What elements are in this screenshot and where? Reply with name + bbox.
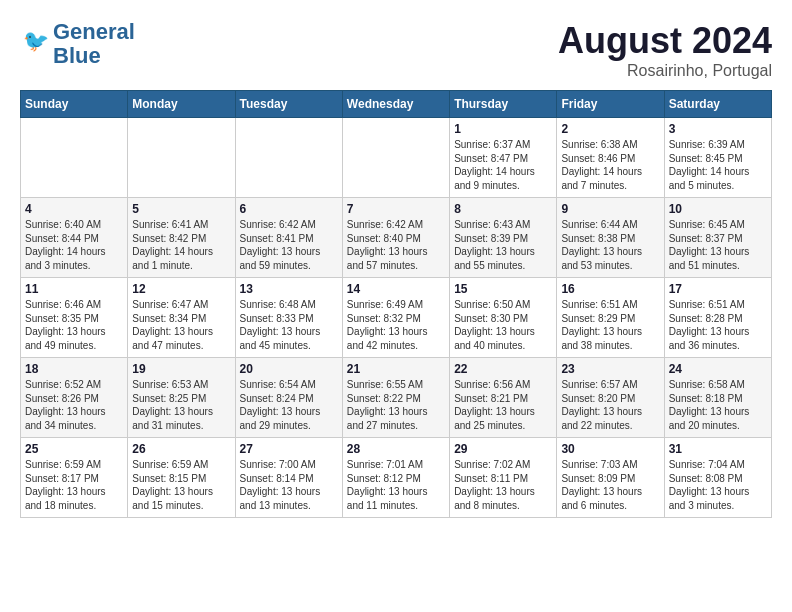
day-number: 12 — [132, 282, 230, 296]
day-number: 23 — [561, 362, 659, 376]
weekday-header-wednesday: Wednesday — [342, 91, 449, 118]
weekday-header-monday: Monday — [128, 91, 235, 118]
day-number: 31 — [669, 442, 767, 456]
calendar-cell: 23Sunrise: 6:57 AM Sunset: 8:20 PM Dayli… — [557, 358, 664, 438]
day-info: Sunrise: 6:51 AM Sunset: 8:29 PM Dayligh… — [561, 298, 659, 352]
day-number: 18 — [25, 362, 123, 376]
calendar-week-5: 25Sunrise: 6:59 AM Sunset: 8:17 PM Dayli… — [21, 438, 772, 518]
day-info: Sunrise: 7:04 AM Sunset: 8:08 PM Dayligh… — [669, 458, 767, 512]
day-info: Sunrise: 7:02 AM Sunset: 8:11 PM Dayligh… — [454, 458, 552, 512]
day-number: 30 — [561, 442, 659, 456]
day-number: 6 — [240, 202, 338, 216]
calendar-cell: 27Sunrise: 7:00 AM Sunset: 8:14 PM Dayli… — [235, 438, 342, 518]
day-number: 25 — [25, 442, 123, 456]
calendar-cell: 3Sunrise: 6:39 AM Sunset: 8:45 PM Daylig… — [664, 118, 771, 198]
day-info: Sunrise: 6:59 AM Sunset: 8:15 PM Dayligh… — [132, 458, 230, 512]
day-info: Sunrise: 6:40 AM Sunset: 8:44 PM Dayligh… — [25, 218, 123, 272]
calendar-cell — [235, 118, 342, 198]
page-header: 🐦 GeneralBlue August 2024 Rosairinho, Po… — [20, 20, 772, 80]
day-number: 19 — [132, 362, 230, 376]
day-number: 7 — [347, 202, 445, 216]
day-number: 21 — [347, 362, 445, 376]
day-number: 24 — [669, 362, 767, 376]
day-number: 26 — [132, 442, 230, 456]
day-info: Sunrise: 6:42 AM Sunset: 8:41 PM Dayligh… — [240, 218, 338, 272]
day-number: 11 — [25, 282, 123, 296]
calendar-cell: 11Sunrise: 6:46 AM Sunset: 8:35 PM Dayli… — [21, 278, 128, 358]
calendar-cell: 29Sunrise: 7:02 AM Sunset: 8:11 PM Dayli… — [450, 438, 557, 518]
calendar-cell: 18Sunrise: 6:52 AM Sunset: 8:26 PM Dayli… — [21, 358, 128, 438]
calendar-cell: 19Sunrise: 6:53 AM Sunset: 8:25 PM Dayli… — [128, 358, 235, 438]
day-info: Sunrise: 7:03 AM Sunset: 8:09 PM Dayligh… — [561, 458, 659, 512]
day-info: Sunrise: 7:00 AM Sunset: 8:14 PM Dayligh… — [240, 458, 338, 512]
day-info: Sunrise: 6:57 AM Sunset: 8:20 PM Dayligh… — [561, 378, 659, 432]
calendar-cell: 31Sunrise: 7:04 AM Sunset: 8:08 PM Dayli… — [664, 438, 771, 518]
day-info: Sunrise: 6:37 AM Sunset: 8:47 PM Dayligh… — [454, 138, 552, 192]
calendar-cell: 14Sunrise: 6:49 AM Sunset: 8:32 PM Dayli… — [342, 278, 449, 358]
calendar-cell: 28Sunrise: 7:01 AM Sunset: 8:12 PM Dayli… — [342, 438, 449, 518]
calendar-cell: 7Sunrise: 6:42 AM Sunset: 8:40 PM Daylig… — [342, 198, 449, 278]
day-number: 5 — [132, 202, 230, 216]
svg-text:🐦: 🐦 — [23, 28, 50, 54]
calendar-cell: 6Sunrise: 6:42 AM Sunset: 8:41 PM Daylig… — [235, 198, 342, 278]
day-number: 28 — [347, 442, 445, 456]
calendar-cell: 8Sunrise: 6:43 AM Sunset: 8:39 PM Daylig… — [450, 198, 557, 278]
day-info: Sunrise: 6:52 AM Sunset: 8:26 PM Dayligh… — [25, 378, 123, 432]
calendar-cell: 4Sunrise: 6:40 AM Sunset: 8:44 PM Daylig… — [21, 198, 128, 278]
calendar-cell: 26Sunrise: 6:59 AM Sunset: 8:15 PM Dayli… — [128, 438, 235, 518]
day-info: Sunrise: 6:51 AM Sunset: 8:28 PM Dayligh… — [669, 298, 767, 352]
day-info: Sunrise: 6:56 AM Sunset: 8:21 PM Dayligh… — [454, 378, 552, 432]
day-info: Sunrise: 6:41 AM Sunset: 8:42 PM Dayligh… — [132, 218, 230, 272]
day-number: 1 — [454, 122, 552, 136]
day-number: 29 — [454, 442, 552, 456]
day-number: 14 — [347, 282, 445, 296]
day-info: Sunrise: 6:53 AM Sunset: 8:25 PM Dayligh… — [132, 378, 230, 432]
calendar-cell: 9Sunrise: 6:44 AM Sunset: 8:38 PM Daylig… — [557, 198, 664, 278]
day-number: 27 — [240, 442, 338, 456]
calendar-cell — [128, 118, 235, 198]
day-info: Sunrise: 6:43 AM Sunset: 8:39 PM Dayligh… — [454, 218, 552, 272]
location-subtitle: Rosairinho, Portugal — [558, 62, 772, 80]
day-number: 10 — [669, 202, 767, 216]
calendar-week-1: 1Sunrise: 6:37 AM Sunset: 8:47 PM Daylig… — [21, 118, 772, 198]
day-number: 16 — [561, 282, 659, 296]
calendar-week-3: 11Sunrise: 6:46 AM Sunset: 8:35 PM Dayli… — [21, 278, 772, 358]
calendar-cell: 1Sunrise: 6:37 AM Sunset: 8:47 PM Daylig… — [450, 118, 557, 198]
calendar-cell: 17Sunrise: 6:51 AM Sunset: 8:28 PM Dayli… — [664, 278, 771, 358]
weekday-header-friday: Friday — [557, 91, 664, 118]
day-number: 15 — [454, 282, 552, 296]
calendar-cell: 30Sunrise: 7:03 AM Sunset: 8:09 PM Dayli… — [557, 438, 664, 518]
day-number: 2 — [561, 122, 659, 136]
calendar-table: SundayMondayTuesdayWednesdayThursdayFrid… — [20, 90, 772, 518]
day-info: Sunrise: 6:38 AM Sunset: 8:46 PM Dayligh… — [561, 138, 659, 192]
day-info: Sunrise: 6:42 AM Sunset: 8:40 PM Dayligh… — [347, 218, 445, 272]
day-number: 22 — [454, 362, 552, 376]
day-info: Sunrise: 6:54 AM Sunset: 8:24 PM Dayligh… — [240, 378, 338, 432]
calendar-header: SundayMondayTuesdayWednesdayThursdayFrid… — [21, 91, 772, 118]
day-number: 13 — [240, 282, 338, 296]
day-number: 8 — [454, 202, 552, 216]
calendar-cell: 12Sunrise: 6:47 AM Sunset: 8:34 PM Dayli… — [128, 278, 235, 358]
calendar-cell — [342, 118, 449, 198]
day-info: Sunrise: 6:45 AM Sunset: 8:37 PM Dayligh… — [669, 218, 767, 272]
day-info: Sunrise: 6:39 AM Sunset: 8:45 PM Dayligh… — [669, 138, 767, 192]
logo-icon: 🐦 — [23, 27, 53, 57]
day-info: Sunrise: 6:49 AM Sunset: 8:32 PM Dayligh… — [347, 298, 445, 352]
calendar-cell: 21Sunrise: 6:55 AM Sunset: 8:22 PM Dayli… — [342, 358, 449, 438]
title-block: August 2024 Rosairinho, Portugal — [558, 20, 772, 80]
calendar-cell: 15Sunrise: 6:50 AM Sunset: 8:30 PM Dayli… — [450, 278, 557, 358]
day-number: 3 — [669, 122, 767, 136]
calendar-cell — [21, 118, 128, 198]
day-info: Sunrise: 6:48 AM Sunset: 8:33 PM Dayligh… — [240, 298, 338, 352]
calendar-cell: 25Sunrise: 6:59 AM Sunset: 8:17 PM Dayli… — [21, 438, 128, 518]
calendar-body: 1Sunrise: 6:37 AM Sunset: 8:47 PM Daylig… — [21, 118, 772, 518]
calendar-cell: 22Sunrise: 6:56 AM Sunset: 8:21 PM Dayli… — [450, 358, 557, 438]
weekday-header-row: SundayMondayTuesdayWednesdayThursdayFrid… — [21, 91, 772, 118]
calendar-cell: 20Sunrise: 6:54 AM Sunset: 8:24 PM Dayli… — [235, 358, 342, 438]
calendar-cell: 5Sunrise: 6:41 AM Sunset: 8:42 PM Daylig… — [128, 198, 235, 278]
calendar-week-4: 18Sunrise: 6:52 AM Sunset: 8:26 PM Dayli… — [21, 358, 772, 438]
calendar-cell: 16Sunrise: 6:51 AM Sunset: 8:29 PM Dayli… — [557, 278, 664, 358]
day-number: 4 — [25, 202, 123, 216]
day-info: Sunrise: 6:59 AM Sunset: 8:17 PM Dayligh… — [25, 458, 123, 512]
weekday-header-sunday: Sunday — [21, 91, 128, 118]
